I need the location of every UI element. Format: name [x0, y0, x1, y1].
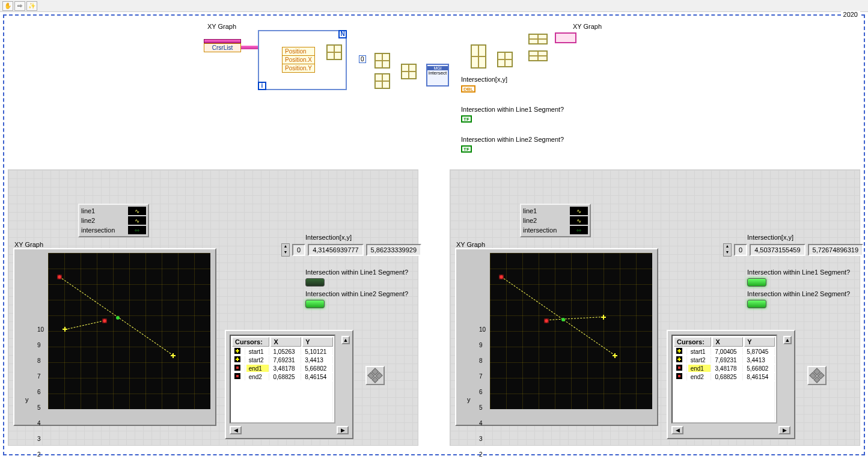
cursor-row[interactable]: end13,481785,66802 — [232, 365, 333, 372]
cursor-legend: Cursors:XY start11,052635,10121start27,6… — [225, 330, 353, 439]
legend-swatch[interactable]: ◦◦ — [570, 226, 588, 234]
loop-i-terminal: i — [258, 82, 266, 90]
cursor-row[interactable]: start11,052635,10121 — [232, 348, 333, 355]
cursor-scroll-left[interactable]: ◀ — [230, 426, 242, 434]
build-array-4[interactable] — [528, 50, 548, 61]
crsrlist-property-node[interactable]: CrsrList — [204, 39, 241, 52]
highlight-tool[interactable]: ✨ — [26, 1, 37, 11]
build-array-node-2[interactable] — [374, 73, 390, 89]
cursor-scroll-left[interactable]: ◀ — [671, 426, 683, 434]
seg2-led — [747, 300, 766, 308]
cursor-row[interactable]: end13,481785,66802 — [674, 365, 775, 372]
intersection-xy-label: Intersection[x,y] — [461, 76, 507, 83]
intersection-x-value: 4,50373155459 — [750, 244, 805, 256]
cursor-row[interactable]: end20,688258,46154 — [232, 373, 333, 380]
seg2-led — [305, 300, 325, 308]
legend-swatch[interactable]: ∿ — [570, 207, 588, 215]
cursor-end1[interactable] — [102, 318, 107, 323]
plot-area[interactable] — [490, 253, 652, 409]
zero-constant: 0 — [359, 55, 366, 63]
cursor-end2[interactable] — [57, 275, 62, 279]
unbundle-by-name[interactable]: Position Position.X Position.Y — [282, 47, 315, 73]
step-tool[interactable]: ⇨ — [14, 1, 25, 11]
plot-legend[interactable]: line1∿line2∿intersection◦◦ — [78, 204, 149, 237]
block-diagram-toolbar: ✋ ⇨ ✨ — [0, 0, 868, 12]
cursor-end1[interactable] — [544, 318, 549, 323]
legend-swatch[interactable]: ∿ — [128, 216, 146, 225]
legend-item-label: line1 — [523, 207, 567, 214]
index-spinner[interactable]: ▲▼ — [723, 243, 732, 257]
seg1-title: Intersection within Line1 Segment? — [305, 269, 408, 276]
merge-node[interactable] — [471, 44, 486, 68]
array-index[interactable]: 0 — [734, 244, 747, 256]
seg2-label: Intersection within Line2 Segment? — [461, 136, 564, 143]
legend-swatch[interactable]: ◦◦ — [128, 226, 146, 234]
wire-pink — [241, 46, 258, 49]
index-spinner[interactable]: ▲▼ — [281, 243, 290, 257]
cursor-scroll-right[interactable]: ▶ — [778, 426, 790, 434]
cursor-table[interactable]: Cursors:XY start11,052635,10121start27,6… — [230, 335, 335, 424]
intersection-y-value: 5,72674896319 — [808, 244, 863, 256]
intersection-x-value: 4,31456939777 — [308, 244, 363, 256]
seg2-title: Intersection within Line2 Segment? — [305, 290, 408, 297]
legend-item-label: line2 — [523, 217, 567, 224]
xy-graph[interactable]: 012345678910012345678910 x y — [13, 248, 216, 426]
build-array-3[interactable] — [528, 34, 548, 44]
cursor-move-tool[interactable] — [365, 366, 385, 385]
intersection-y-value: 5,86233339929 — [366, 244, 421, 256]
intersection-xy-title: Intersection[x,y] — [747, 234, 793, 241]
index-array-node[interactable] — [401, 64, 417, 79]
graph-title: XY Graph — [456, 241, 485, 248]
build-array-node[interactable] — [374, 53, 390, 68]
cursor-row[interactable]: start27,692313,4413 — [232, 356, 333, 363]
cursor-end2[interactable] — [499, 275, 504, 279]
cursor-move-tool[interactable] — [807, 366, 827, 385]
cursor-scroll-up[interactable]: ▲ — [341, 336, 350, 344]
cursor-start2[interactable] — [613, 353, 617, 358]
seg1-led — [305, 278, 325, 287]
cursor-scroll-right[interactable]: ▶ — [337, 426, 349, 434]
seg2-indicator[interactable]: TF — [461, 145, 472, 153]
xy-graph-out-label: XY Graph — [573, 23, 602, 30]
intersection-point — [561, 318, 565, 321]
legend-swatch[interactable]: ∿ — [128, 207, 146, 215]
cursor-row[interactable]: start17,004055,87045 — [674, 348, 775, 355]
intersection-xy-title: Intersection[x,y] — [305, 234, 352, 241]
legend-swatch[interactable]: ∿ — [570, 216, 588, 225]
cursor-start2[interactable] — [171, 353, 176, 358]
plot-line2 — [501, 276, 616, 355]
intersection-array-indicator: ▲▼ 0 4,50373155459 5,72674896319 — [723, 243, 863, 257]
graph-title: XY Graph — [14, 241, 43, 248]
for-loop[interactable]: N i Position Position.X Position.Y — [258, 30, 347, 90]
bundle-cluster-node[interactable] — [497, 52, 513, 67]
front-panel-row: line1∿line2∿intersection◦◦ XY Graph 0123… — [4, 161, 864, 454]
plot-line1 — [546, 317, 604, 320]
array-index[interactable]: 0 — [292, 244, 305, 256]
xy-graph-in-label: XY Graph — [207, 23, 236, 30]
block-diagram: XY Graph CrsrList N i Position Position.… — [4, 16, 864, 166]
plot-area[interactable] — [48, 253, 210, 409]
cursor-start1[interactable] — [63, 327, 67, 332]
cursor-table[interactable]: Cursors:XY start17,004055,87045start27,6… — [671, 335, 777, 424]
xy-graph-terminal[interactable] — [555, 32, 576, 43]
bundle-node[interactable] — [326, 44, 342, 60]
intersection-array-indicator: ▲▼ 0 4,31456939777 5,86233339929 — [281, 243, 421, 257]
seg1-indicator[interactable]: TF — [461, 115, 472, 123]
mgi-intersect-subvi[interactable]: MGI Intersect — [426, 64, 449, 87]
pan-tool[interactable]: ✋ — [2, 1, 13, 11]
cursor-row[interactable]: start27,692313,4413 — [674, 356, 775, 363]
seg2-title: Intersection within Line2 Segment? — [747, 290, 850, 297]
plot-legend[interactable]: line1∿line2∿intersection◦◦ — [520, 204, 591, 237]
plot-line1 — [65, 321, 105, 330]
intersection-point — [116, 316, 120, 320]
xy-graph[interactable]: 012345678910012345678910 x y — [455, 248, 658, 426]
cursor-start1[interactable] — [601, 315, 606, 320]
seg1-led — [747, 278, 766, 287]
front-panel: line1∿line2∿intersection◦◦ XY Graph 0123… — [450, 169, 860, 446]
legend-item-label: line2 — [81, 217, 126, 224]
cursor-scroll-up[interactable]: ▲ — [783, 336, 792, 344]
disabled-diagram-frame: 2020 XY Graph CrsrList N i Position Posi… — [3, 14, 865, 455]
cursor-legend: Cursors:XY start17,004055,87045start27,6… — [667, 330, 795, 439]
cursor-row[interactable]: end20,688258,46154 — [674, 373, 775, 380]
intersection-xy-indicator[interactable]: DBL — [461, 85, 475, 93]
